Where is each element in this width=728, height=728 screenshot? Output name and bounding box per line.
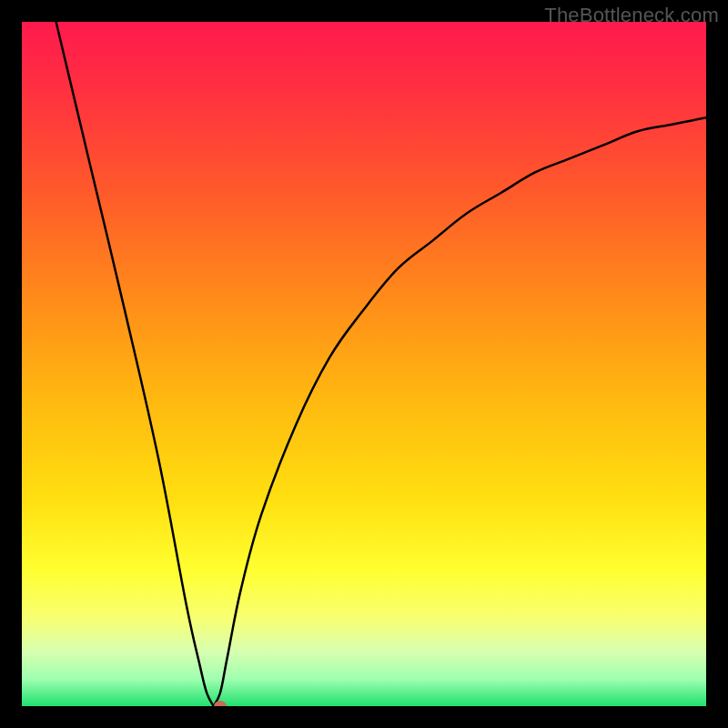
bottleneck-curve [22,22,706,706]
minimum-marker-icon [214,701,227,706]
watermark-label: TheBottleneck.com [544,4,719,27]
chart-frame: TheBottleneck.com [0,0,728,728]
plot-area [22,22,706,706]
